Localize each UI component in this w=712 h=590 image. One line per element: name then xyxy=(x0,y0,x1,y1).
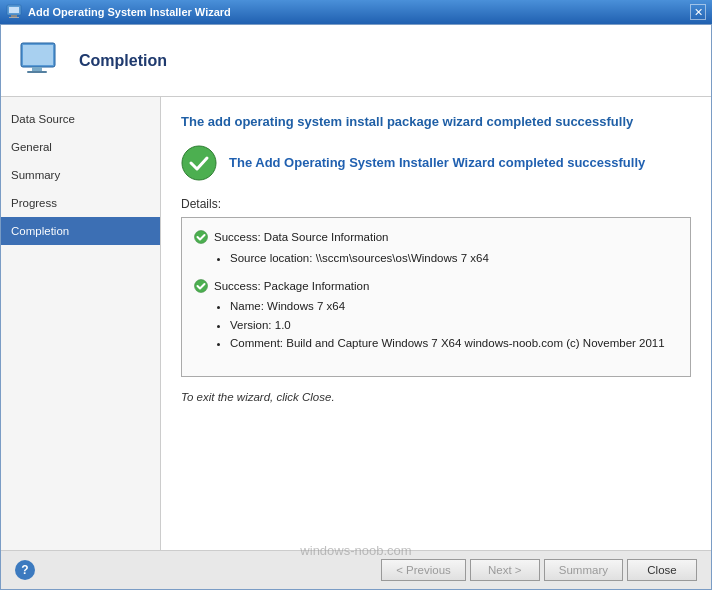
title-bar-text: Add Operating System Installer Wizard xyxy=(28,6,231,18)
success-banner-text: The Add Operating System Installer Wizar… xyxy=(229,154,645,172)
svg-rect-5 xyxy=(23,45,53,65)
wizard-header: Completion xyxy=(1,25,711,97)
detail-bullet-1-2: Comment: Build and Capture Windows 7 X64… xyxy=(230,334,678,352)
detail-section-1: Success: Package Information Name: Windo… xyxy=(194,277,678,353)
previous-button[interactable]: < Previous xyxy=(381,559,466,581)
wizard-footer: ? < Previous Next > Summary Close xyxy=(1,550,711,589)
close-button[interactable]: Close xyxy=(627,559,697,581)
detail-title-1: Success: Package Information xyxy=(214,277,369,295)
wizard-icon xyxy=(6,4,22,20)
detail-title-0: Success: Data Source Information xyxy=(214,228,389,246)
footer-left: ? xyxy=(15,560,35,580)
svg-point-8 xyxy=(182,146,216,180)
title-bar-content: Add Operating System Installer Wizard xyxy=(6,4,231,20)
footer-buttons: < Previous Next > Summary Close xyxy=(381,559,697,581)
detail-section-0: Success: Data Source Information Source … xyxy=(194,228,678,267)
sidebar-item-completion[interactable]: Completion xyxy=(1,217,160,245)
wizard-container: Completion Data Source General Summary P… xyxy=(0,24,712,590)
sidebar-item-data-source[interactable]: Data Source xyxy=(1,105,160,133)
wizard-body: Data Source General Summary Progress Com… xyxy=(1,97,711,550)
detail-bullet-1-0: Name: Windows 7 x64 xyxy=(230,297,678,315)
detail-bullet-1-1: Version: 1.0 xyxy=(230,316,678,334)
detail-bullets-0: Source location: \\sccm\sources\os\Windo… xyxy=(216,249,678,267)
next-button[interactable]: Next > xyxy=(470,559,540,581)
title-bar: Add Operating System Installer Wizard ✕ xyxy=(0,0,712,24)
computer-icon xyxy=(17,37,65,85)
svg-point-10 xyxy=(195,280,208,293)
svg-rect-3 xyxy=(9,17,19,18)
detail-success-icon-0 xyxy=(194,230,208,244)
summary-button[interactable]: Summary xyxy=(544,559,623,581)
detail-bullets-1: Name: Windows 7 x64 Version: 1.0 Comment… xyxy=(216,297,678,352)
svg-rect-1 xyxy=(9,7,19,13)
sidebar: Data Source General Summary Progress Com… xyxy=(1,97,161,550)
help-button[interactable]: ? xyxy=(15,560,35,580)
wizard-header-title: Completion xyxy=(79,52,167,70)
sidebar-item-general[interactable]: General xyxy=(1,133,160,161)
sidebar-item-progress[interactable]: Progress xyxy=(1,189,160,217)
success-banner: The Add Operating System Installer Wizar… xyxy=(181,145,691,181)
svg-rect-6 xyxy=(32,67,42,71)
detail-section-title-1: Success: Package Information xyxy=(194,277,678,295)
svg-point-9 xyxy=(195,231,208,244)
details-box: Success: Data Source Information Source … xyxy=(181,217,691,377)
exit-note: To exit the wizard, click Close. xyxy=(181,391,691,403)
detail-section-title-0: Success: Data Source Information xyxy=(194,228,678,246)
detail-bullet-0-0: Source location: \\sccm\sources\os\Windo… xyxy=(230,249,678,267)
svg-rect-2 xyxy=(11,15,17,17)
main-title: The add operating system install package… xyxy=(181,113,691,131)
detail-success-icon-1 xyxy=(194,279,208,293)
close-window-button[interactable]: ✕ xyxy=(690,4,706,20)
details-label: Details: xyxy=(181,197,691,211)
svg-rect-7 xyxy=(27,71,47,73)
content-area: The add operating system install package… xyxy=(161,97,711,550)
success-icon-large xyxy=(181,145,217,181)
sidebar-item-summary[interactable]: Summary xyxy=(1,161,160,189)
